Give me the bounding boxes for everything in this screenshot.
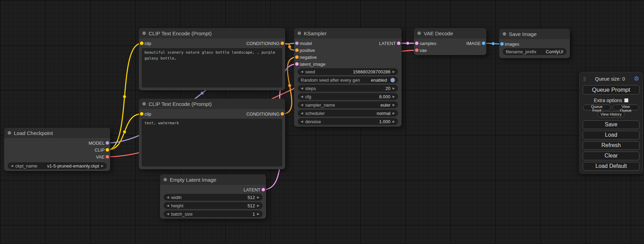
node-title-bar[interactable]: KSampler (294, 28, 402, 38)
input-port-vae[interactable] (415, 48, 418, 52)
decrement-arrow-icon[interactable]: ◀ (301, 87, 303, 90)
collapse-icon[interactable] (417, 31, 421, 35)
load-default-button[interactable]: Load Default (583, 162, 639, 171)
collapse-icon[interactable] (164, 178, 167, 181)
input-port-latent-image[interactable] (295, 62, 299, 66)
input-label: vae (420, 48, 427, 53)
decrement-arrow-icon[interactable]: ◀ (301, 95, 303, 98)
node-vae-decode[interactable]: VAE Decode samples IMAGE vae (414, 28, 486, 55)
load-button[interactable]: Load (583, 131, 639, 139)
decrement-arrow-icon[interactable]: ◀ (301, 112, 303, 115)
collapse-icon[interactable] (142, 31, 146, 35)
output-port-image[interactable] (482, 42, 485, 45)
collapse-icon[interactable] (298, 31, 301, 35)
view-history-button[interactable]: View History (598, 111, 625, 117)
node-empty-latent-image[interactable]: Empty Latent Image LATENT ◀ width 512 ▶ … (160, 174, 266, 219)
widget-sampler-name[interactable]: ◀ sampler_name euler ▶ (298, 101, 398, 108)
queue-front-button[interactable]: Queue Front (583, 105, 611, 110)
widget-seed[interactable]: ◀ seed 156680208700286 ▶ (298, 68, 398, 75)
extra-options-checkbox[interactable] (624, 98, 628, 102)
input-port-clip[interactable] (140, 112, 143, 116)
output-port-model[interactable] (106, 141, 109, 145)
widget-height[interactable]: ◀ height 512 ▶ (164, 202, 263, 209)
node-title: KSampler (304, 30, 327, 36)
widget-denoise[interactable]: ◀ denoise 1.000 ▶ (298, 118, 398, 125)
prompt-text[interactable]: text, watermark (142, 119, 282, 166)
decrement-arrow-icon[interactable]: ◀ (301, 120, 303, 123)
increment-arrow-icon[interactable]: ▶ (392, 112, 395, 115)
increment-arrow-icon[interactable]: ▶ (392, 87, 395, 90)
decrement-arrow-icon[interactable]: ◀ (167, 213, 169, 216)
widget-scheduler[interactable]: ◀ scheduler normal ▶ (298, 110, 398, 117)
decrement-arrow-icon[interactable]: ◀ (167, 204, 169, 207)
increment-arrow-icon[interactable]: ▶ (257, 213, 259, 216)
increment-arrow-icon[interactable]: ▶ (101, 164, 104, 168)
node-title: CLIP Text Encode (Prompt) (149, 101, 212, 107)
node-title-bar[interactable]: Load Checkpoint (4, 128, 110, 138)
gear-icon[interactable]: ⚙ (634, 75, 639, 82)
node-title-bar[interactable]: Save Image (499, 29, 570, 39)
output-port-clip[interactable] (106, 148, 109, 152)
decrement-arrow-icon[interactable]: ◀ (167, 196, 169, 199)
input-port-clip[interactable] (140, 42, 143, 45)
input-label: clip (144, 111, 151, 117)
widget-value: 8.000 (379, 94, 391, 99)
decrement-arrow-icon[interactable]: ◀ (11, 164, 13, 168)
input-port-model[interactable] (295, 42, 299, 45)
prompt-text[interactable]: beautiful scenery nature glass bottle la… (142, 48, 282, 88)
node-title-bar[interactable]: VAE Decode (414, 28, 486, 38)
widget-cfg[interactable]: ◀ cfg 8.000 ▶ (298, 93, 398, 100)
collapse-icon[interactable] (503, 32, 506, 36)
input-port-positive[interactable] (295, 48, 299, 52)
node-load-checkpoint[interactable]: Load Checkpoint MODEL CLIP VAE ◀ ckpt_na… (4, 128, 110, 171)
widget-width[interactable]: ◀ width 512 ▶ (164, 194, 263, 201)
link-midpoint-dot (123, 95, 126, 98)
output-port-latent[interactable] (397, 42, 400, 45)
drag-handle-icon[interactable]: ⣿ (583, 76, 586, 81)
widget-value: 512 (247, 195, 255, 200)
widget-steps[interactable]: ◀ steps 20 ▶ (298, 85, 398, 92)
node-clip-text-encode-negative[interactable]: CLIP Text Encode (Prompt) clip CONDITION… (139, 99, 285, 169)
node-ksampler[interactable]: KSampler model LATENT positive negative … (294, 28, 402, 127)
increment-arrow-icon[interactable]: ▶ (257, 204, 259, 207)
widget-value: 512 (247, 203, 255, 208)
node-save-image[interactable]: Save Image images filename_prefix ComfyU… (499, 29, 570, 58)
widget-batch-size[interactable]: ◀ batch_size 1 ▶ (164, 210, 263, 217)
collapse-icon[interactable] (142, 102, 146, 106)
widget-random-seed-toggle[interactable]: Random seed after every gen enabled (298, 76, 398, 83)
widget-ckpt-name[interactable]: ◀ ckpt_name v1-5-pruned-emaonly.ckpt ▶ (8, 162, 107, 169)
clear-button[interactable]: Clear (583, 152, 639, 160)
output-port-vae[interactable] (106, 155, 109, 159)
output-label: IMAGE (466, 41, 481, 46)
decrement-arrow-icon[interactable]: ◀ (301, 70, 303, 73)
input-port-images[interactable] (500, 42, 504, 46)
node-title-bar[interactable]: Empty Latent Image (160, 174, 266, 185)
increment-arrow-icon[interactable]: ▶ (392, 70, 395, 73)
input-port-negative[interactable] (295, 55, 299, 59)
queue-prompt-button[interactable]: Queue Prompt (583, 85, 639, 94)
input-port-samples[interactable] (415, 42, 418, 45)
link-midpoint-dot (123, 130, 126, 134)
refresh-button[interactable]: Refresh (583, 141, 639, 150)
output-port-conditioning[interactable] (281, 42, 284, 45)
increment-arrow-icon[interactable]: ▶ (392, 120, 395, 123)
collapse-icon[interactable] (8, 131, 11, 135)
output-label: LATENT (244, 187, 261, 192)
view-queue-button[interactable]: View Queue (612, 105, 639, 110)
widget-filename-prefix[interactable]: filename_prefix ComfyUI (503, 48, 566, 55)
save-button[interactable]: Save (583, 120, 639, 129)
output-port-conditioning[interactable] (281, 112, 284, 116)
node-title-bar[interactable]: CLIP Text Encode (Prompt) (139, 99, 285, 109)
decrement-arrow-icon[interactable]: ◀ (301, 103, 303, 107)
port-row: model LATENT (294, 40, 402, 47)
input-label: images (505, 42, 519, 47)
link-midpoint-dot (406, 42, 409, 45)
increment-arrow-icon[interactable]: ▶ (257, 196, 259, 199)
node-clip-text-encode-positive[interactable]: CLIP Text Encode (Prompt) clip CONDITION… (139, 28, 285, 90)
output-port-latent[interactable] (262, 188, 265, 191)
toggle-icon[interactable] (390, 78, 395, 82)
output-row: MODEL (4, 139, 110, 146)
increment-arrow-icon[interactable]: ▶ (392, 95, 395, 98)
increment-arrow-icon[interactable]: ▶ (392, 103, 395, 107)
node-title-bar[interactable]: CLIP Text Encode (Prompt) (139, 28, 285, 38)
